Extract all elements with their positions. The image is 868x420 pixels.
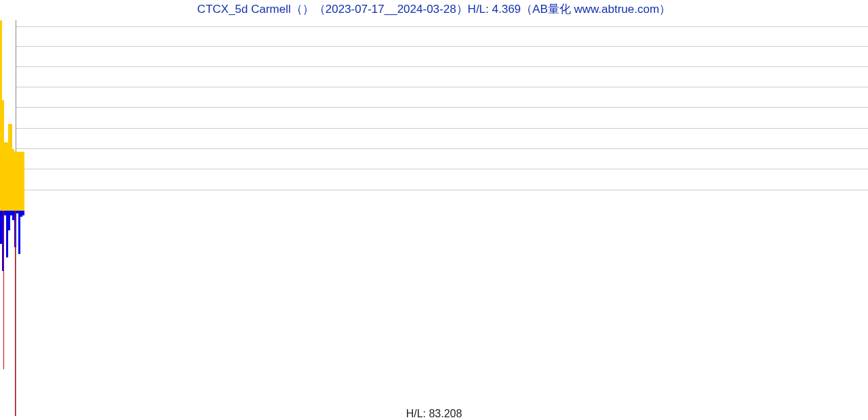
- grid-line: [16, 128, 868, 129]
- grid-line: [16, 148, 868, 149]
- stock-chart: CTCX_5d Carmell（）（2023-07-17__2024-03-28…: [0, 0, 868, 420]
- bar: [22, 152, 24, 211]
- grid-line: [16, 66, 868, 67]
- chart-bars: [0, 0, 868, 420]
- grid-line: [16, 107, 868, 108]
- chart-footer: H/L: 83.208: [0, 408, 868, 420]
- bar: [15, 211, 16, 416]
- grid-line: [16, 190, 868, 190]
- bar: [22, 211, 24, 215]
- grid-line: [16, 87, 868, 87]
- grid-line: [16, 169, 868, 169]
- bar: [18, 211, 20, 254]
- grid-line: [16, 46, 868, 47]
- bar: [3, 211, 4, 369]
- grid-line: [16, 26, 868, 27]
